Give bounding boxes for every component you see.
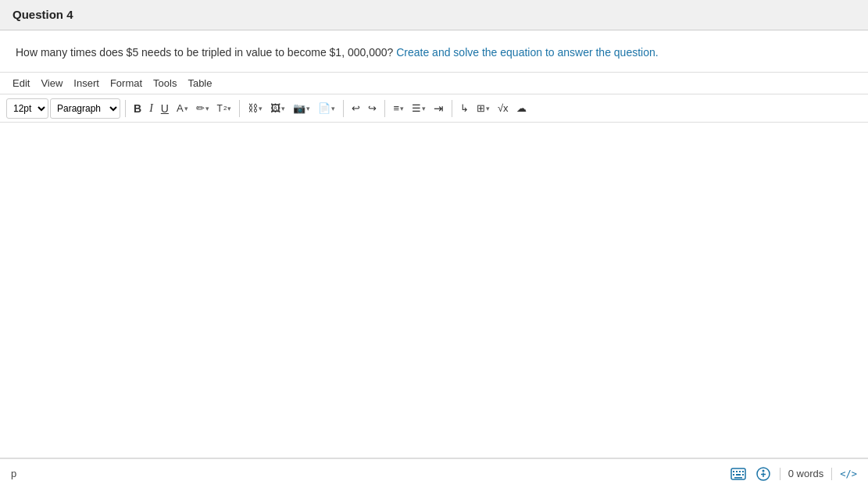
question-text-highlight: Create and solve the equation to answer … [393, 46, 658, 59]
bold-button[interactable]: B [130, 98, 145, 119]
math-button[interactable]: √x [495, 98, 512, 119]
chevron-down-icon: ▾ [486, 105, 490, 112]
sep-5 [452, 100, 452, 117]
paragraph-tag: p [11, 468, 16, 479]
status-left: p [11, 468, 16, 479]
chevron-down-icon: ▾ [259, 105, 263, 112]
paragraph-style-group: Paragraph Heading 1 Heading 2 [50, 98, 120, 119]
status-right: 0 words </> [730, 465, 857, 483]
highlight-icon: ✏ [196, 102, 205, 114]
indent-button[interactable]: ⇥ [430, 98, 447, 119]
italic-button[interactable]: I [146, 98, 156, 119]
question-header: Question 4 [0, 0, 868, 30]
list-icon: ☰ [412, 102, 421, 114]
svg-point-10 [762, 469, 764, 472]
font-color-button[interactable]: A▾ [173, 98, 191, 119]
link-button[interactable]: ⛓▾ [245, 98, 266, 119]
align-button[interactable]: ≡▾ [390, 98, 407, 119]
sep-4 [384, 100, 385, 117]
question-title: Question 4 [13, 8, 73, 21]
toolbar: 12pt 10pt 14pt 18pt Paragraph Heading 1 … [0, 94, 868, 123]
redo-icon: ↪ [368, 102, 377, 114]
question-text-area: How many times does $5 needs to be tripl… [0, 30, 868, 73]
sqrt-icon: √x [498, 102, 509, 114]
cloud-button[interactable]: ☁ [513, 98, 530, 119]
word-count: 0 words [788, 468, 824, 479]
font-size-group: 12pt 10pt 14pt 18pt [6, 98, 48, 119]
sep-3 [343, 100, 344, 117]
indent-icon: ⇥ [434, 102, 444, 116]
question-text-plain: How many times does $5 needs to be tripl… [16, 46, 393, 59]
keyboard-icon[interactable] [730, 465, 747, 483]
chevron-down-icon: ▾ [184, 105, 188, 112]
list-button[interactable]: ☰▾ [409, 98, 429, 119]
redo-button[interactable]: ↪ [365, 98, 380, 119]
document-button[interactable]: 📄▾ [315, 98, 338, 119]
accessibility-icon[interactable] [755, 465, 772, 483]
media-button[interactable]: 📷▾ [290, 98, 313, 119]
image-button[interactable]: 🖼▾ [267, 98, 288, 119]
code-view-button[interactable]: </> [840, 468, 857, 479]
image-icon: 🖼 [270, 102, 280, 114]
superscript-button[interactable]: T2▾ [214, 98, 235, 119]
menu-view[interactable]: View [41, 76, 63, 91]
paragraph-style-select[interactable]: Paragraph Heading 1 Heading 2 [50, 98, 120, 119]
status-sep-2 [831, 468, 832, 480]
font-size-select[interactable]: 12pt 10pt 14pt 18pt [6, 98, 48, 119]
table-icon: ⊞ [477, 102, 485, 114]
highlight-color-button[interactable]: ✏▾ [193, 98, 213, 119]
undo-button[interactable]: ↩ [348, 98, 363, 119]
cloud-icon: ☁ [516, 102, 527, 114]
sep-2 [239, 100, 240, 117]
question-text: How many times does $5 needs to be tripl… [16, 45, 852, 61]
chevron-down-icon: ▾ [227, 105, 231, 112]
status-sep-1 [780, 468, 780, 480]
chevron-down-icon: ▾ [281, 105, 285, 112]
chevron-down-icon: ▾ [422, 105, 426, 112]
menu-insert[interactable]: Insert [73, 76, 99, 91]
table-button[interactable]: ⊞▾ [473, 98, 493, 119]
menu-edit[interactable]: Edit [13, 76, 30, 91]
direction-button[interactable]: ↳ [457, 98, 472, 119]
svg-rect-8 [734, 477, 742, 479]
direction-icon: ↳ [460, 102, 469, 114]
menu-tools[interactable]: Tools [153, 76, 177, 91]
chevron-down-icon: ▾ [400, 105, 404, 112]
menu-format[interactable]: Format [110, 76, 142, 91]
editor-area[interactable] [0, 123, 868, 458]
menu-bar: Edit View Insert Format Tools Table [0, 73, 868, 94]
chevron-down-icon: ▾ [331, 105, 335, 112]
link-icon: ⛓ [248, 102, 258, 114]
document-icon: 📄 [318, 102, 330, 114]
undo-icon: ↩ [352, 102, 360, 114]
chevron-down-icon: ▾ [306, 105, 310, 112]
underline-button[interactable]: U [158, 98, 172, 119]
page-wrapper: Question 4 How many times does $5 needs … [0, 0, 868, 488]
chevron-down-icon: ▾ [205, 105, 209, 112]
svg-rect-2 [736, 471, 738, 472]
status-bar: p [0, 458, 868, 488]
menu-table[interactable]: Table [188, 76, 212, 91]
svg-rect-1 [733, 471, 734, 472]
svg-rect-7 [742, 474, 744, 476]
svg-rect-5 [733, 474, 734, 476]
svg-rect-3 [739, 471, 741, 472]
svg-rect-6 [736, 474, 741, 476]
media-icon: 📷 [293, 102, 305, 114]
sep-1 [125, 100, 126, 117]
svg-rect-4 [742, 471, 744, 472]
align-icon: ≡ [393, 102, 399, 114]
